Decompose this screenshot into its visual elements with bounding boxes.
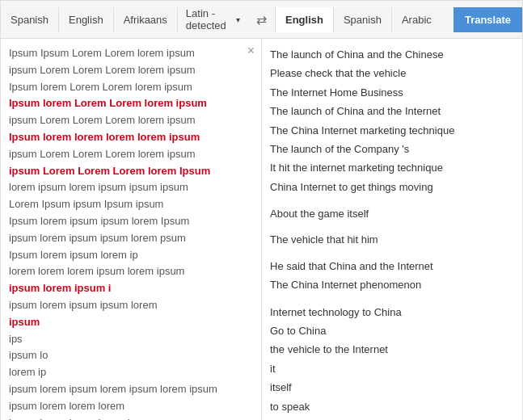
swap-languages-button[interactable]: ⇄ <box>248 7 275 32</box>
source-line: Lorem Ipsum ipsum Ipsum ipsum <box>9 196 237 213</box>
tab-arabic-target[interactable]: Arabic <box>391 7 441 32</box>
source-line: lorem ipsum lorem ipsum ipsum ipsum <box>9 179 237 196</box>
source-line: ipsum lorem lorem lorem <box>9 398 237 415</box>
source-line: Ipsum lorem ipsum ipsum lorem Ipsum <box>9 213 237 230</box>
result-panel: The launch of China and the ChinesePleas… <box>262 39 522 420</box>
result-line: The China Internet marketing technique <box>270 121 514 140</box>
tab-english-target[interactable]: English <box>275 7 333 32</box>
source-line: ipsum <box>9 314 237 331</box>
top-bar: Spanish English Afrikaans Latin - detect… <box>1 1 522 39</box>
result-line: The launch of China and the Internet <box>270 102 514 120</box>
tab-spanish-source[interactable]: Spanish <box>1 7 59 32</box>
result-line: to speak <box>270 397 514 416</box>
detect-label: Latin - detected <box>186 7 233 32</box>
tab-spanish-target[interactable]: Spanish <box>333 7 391 32</box>
detect-language-tab[interactable]: Latin - detected ▾ <box>178 1 248 38</box>
source-line: ipsum lo <box>9 347 237 364</box>
source-line: Ipsum lorem Lorem Lorem lorem ipsum <box>9 95 237 112</box>
source-panel: × Ipsum Ipsum Lorem Lorem lorem ipsumips… <box>1 39 262 420</box>
source-line: ipsum Lorem Lorem Lorem lorem ipsum <box>9 62 237 79</box>
result-line: The launch of the Company 's <box>270 140 514 158</box>
source-line: ipsum Lorem Lorem Lorem lorem ipsum <box>9 112 237 129</box>
source-line: ipsum lorem ipsum ipsum lorem psum <box>9 230 237 247</box>
source-line: Ipsum Ipsum Lorem Lorem lorem ipsum <box>9 45 237 62</box>
content-area: × Ipsum Ipsum Lorem Lorem lorem ipsumips… <box>1 39 522 420</box>
source-line: lorem ip <box>9 364 237 381</box>
source-line: Ipsum lorem lorem lorem lorem ipsum <box>9 129 237 146</box>
source-line: ips <box>9 331 237 348</box>
source-line: ipsum lorem lorem lorem ipsum <box>9 415 237 420</box>
tab-afrikaans-source[interactable]: Afrikaans <box>114 7 178 32</box>
result-line: Internet phenomenon <box>270 416 514 420</box>
source-text-area[interactable]: Ipsum Ipsum Lorem Lorem lorem ipsumipsum… <box>9 45 253 420</box>
result-line: The launch of China and the Chinese <box>270 45 514 64</box>
source-line: Ipsum lorem ipsum lorem ip <box>9 247 237 264</box>
source-line: ipsum lorem ipsum lorem ipsum lorem ipsu… <box>9 381 237 398</box>
source-line: lorem lorem lorem ipsum lorem ipsum <box>9 263 237 280</box>
translate-button[interactable]: Translate <box>453 7 522 32</box>
source-line: ipsum lorem ipsum ipsum lorem <box>9 297 237 314</box>
target-lang-tabs: English Spanish Arabic Translate <box>275 7 522 32</box>
source-line: ipsum Lorem Lorem Lorem lorem ipsum <box>9 146 237 163</box>
result-line: the vehicle to the Internet <box>270 340 514 359</box>
result-line: The China Internet phenomenon <box>270 275 514 294</box>
result-line: Internet technology to China <box>270 303 514 321</box>
source-line: ipsum Lorem Lorem Lorem lorem Ipsum <box>9 163 237 180</box>
source-line: Ipsum lorem Lorem Lorem lorem ipsum <box>9 79 237 96</box>
result-line: it <box>270 359 514 378</box>
tab-english-source[interactable]: English <box>59 7 114 32</box>
result-line: The Internet Home Business <box>270 83 514 102</box>
result-section-body: The vehicle that hit him <box>270 230 514 249</box>
result-line: He said that China and the Internet <box>270 257 514 275</box>
result-line: China Internet to get things moving <box>270 178 514 196</box>
chevron-down-icon: ▾ <box>236 15 240 24</box>
source-lang-tabs: Spanish English Afrikaans Latin - detect… <box>1 1 248 38</box>
result-text-area: The launch of China and the ChinesePleas… <box>270 45 514 420</box>
result-line: It hit the internet marketing technique <box>270 158 514 177</box>
source-line: ipsum lorem ipsum i <box>9 280 237 297</box>
clear-button[interactable]: × <box>247 44 255 58</box>
result-line: Please check that the vehicle <box>270 64 514 82</box>
result-line: itself <box>270 378 514 397</box>
result-section-title: About the game itself <box>270 204 514 223</box>
result-line: Go to China <box>270 321 514 340</box>
translator-app: Spanish English Afrikaans Latin - detect… <box>0 0 523 420</box>
